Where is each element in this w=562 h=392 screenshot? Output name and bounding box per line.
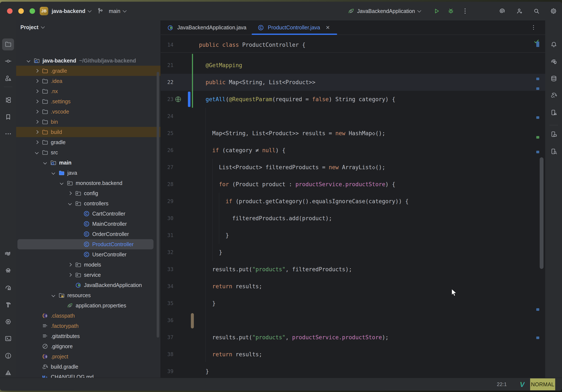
device-manager-tool-button[interactable] <box>548 107 560 119</box>
tree-item-controllers[interactable]: controllers <box>16 198 161 209</box>
code-line-21[interactable]: 21 @GetMapping <box>161 57 545 74</box>
tree-item-ordercontroller[interactable]: COrderController <box>16 229 161 239</box>
tree-item-changelog-md[interactable]: MCHANGELOG.md <box>16 372 161 378</box>
branch-switcher[interactable]: main <box>109 2 126 20</box>
close-window-button[interactable] <box>7 8 12 14</box>
error-stripe-mark[interactable] <box>536 87 539 90</box>
tree-item-build-gradle[interactable]: build.gradle <box>16 362 161 372</box>
code-line-33[interactable]: 33 results.put("products", filteredProdu… <box>161 261 545 278</box>
code-line-31[interactable]: 31 } <box>161 227 545 244</box>
sticky-header-line[interactable]: 14public class ProductController { <box>161 36 545 53</box>
code-line-30[interactable]: 30 filteredProducts.add(product); <box>161 210 545 227</box>
tree-item-gradle[interactable]: gradle <box>16 137 161 147</box>
line-number[interactable]: 24 <box>161 108 174 125</box>
tree-item-monostore-backend[interactable]: monostore.backend <box>16 178 161 188</box>
error-stripe-mark[interactable] <box>536 151 539 153</box>
line-number[interactable]: 27 <box>161 159 174 176</box>
line-number[interactable]: 21 <box>161 57 174 74</box>
line-number[interactable]: 35 <box>161 295 174 312</box>
line-number[interactable]: 32 <box>161 244 174 261</box>
line-number[interactable]: 23 <box>161 91 174 108</box>
project-switcher[interactable]: java-backend <box>52 2 91 20</box>
code-editor[interactable]: 14public class ProductController { <box>161 35 545 378</box>
profiler-tool-button[interactable] <box>2 282 14 294</box>
tree-item-resources[interactable]: resources <box>16 290 161 300</box>
database-tool-button[interactable] <box>548 73 560 85</box>
code-line-35[interactable]: 35 } <box>161 295 545 312</box>
code-line-22[interactable]: 22 public Map<String, List<Product>> <box>161 74 545 91</box>
hierarchy-tool-button[interactable] <box>2 94 14 106</box>
tree-item-service[interactable]: service <box>16 270 161 280</box>
gradle-tool-button[interactable] <box>548 90 560 101</box>
editor-options-icon[interactable] <box>530 24 537 31</box>
tree-item-build[interactable]: build <box>16 127 161 137</box>
warnings-tool-button[interactable] <box>2 367 14 379</box>
code-line-38[interactable]: 38 return results; <box>161 346 545 363</box>
structure-tool-button[interactable] <box>2 73 14 85</box>
tree-item-models[interactable]: models <box>16 260 161 270</box>
line-number[interactable]: 38 <box>161 346 174 363</box>
tree-item-productcontroller[interactable]: CProductController <box>16 239 161 249</box>
terminal-tool-button[interactable] <box>2 333 14 345</box>
tree-item--gitattributes[interactable]: .gitattributes <box>16 331 161 341</box>
code-line-26[interactable]: 26 if (category ≠ null) { <box>161 142 545 159</box>
error-stripe-mark[interactable] <box>536 41 539 47</box>
ideavim-icon[interactable]: V <box>520 380 525 388</box>
tree-item-cartcontroller[interactable]: CCartController <box>16 209 161 219</box>
editor-scrollbar[interactable] <box>540 157 543 269</box>
device-explorer-tool-button[interactable] <box>548 146 560 158</box>
copilot-tool-button[interactable] <box>2 248 14 260</box>
line-number[interactable]: 14 <box>161 36 174 53</box>
line-number[interactable]: 28 <box>161 176 174 193</box>
tree-item--gitignore[interactable]: .gitignore <box>16 341 161 351</box>
line-number[interactable]: 26 <box>161 142 174 159</box>
more-vertical-icon[interactable] <box>461 7 469 15</box>
tree-item-java-backend[interactable]: java-backend~/Github/java-backend <box>16 56 161 66</box>
search-icon[interactable] <box>532 7 541 15</box>
vcs-change-marker[interactable] <box>192 54 193 108</box>
tree-item-src[interactable]: src <box>16 147 161 157</box>
more-tool-button[interactable] <box>2 128 14 140</box>
code-line-25[interactable]: 25 Map<String, List<Product>> results = … <box>161 125 545 142</box>
build-tool-button[interactable] <box>2 299 14 311</box>
run-configuration-selector[interactable]: JavaBackendApplication <box>357 2 421 20</box>
commit-tool-button[interactable] <box>2 56 14 67</box>
incognito-tool-button[interactable] <box>2 265 14 277</box>
line-number[interactable]: 25 <box>161 125 174 142</box>
code-line-27[interactable]: 27 List<Product> filteredProducts = new … <box>161 159 545 176</box>
tree-item--vscode[interactable]: .vscode <box>16 107 161 117</box>
tree-item--classpath[interactable]: .classpath <box>16 310 161 321</box>
problems-tool-button[interactable] <box>2 350 14 362</box>
line-number[interactable]: 30 <box>161 210 174 227</box>
error-stripe-mark[interactable] <box>536 336 539 339</box>
tree-item-java[interactable]: java <box>16 168 161 178</box>
tree-item-main[interactable]: main <box>16 157 161 168</box>
minimize-window-button[interactable] <box>18 8 24 14</box>
tree-scrollbar[interactable] <box>157 72 159 338</box>
code-line-39[interactable]: 39 } <box>161 363 545 378</box>
code-line-24[interactable]: 24 <box>161 108 545 125</box>
error-stripe-mark[interactable] <box>536 136 539 139</box>
line-number[interactable]: 36 <box>161 312 174 329</box>
tree-item--nx[interactable]: .nx <box>16 86 161 96</box>
line-number[interactable]: 37 <box>161 329 174 346</box>
settings-gear-icon[interactable] <box>549 7 558 15</box>
tree-item-application-properties[interactable]: application.properties <box>16 300 161 310</box>
bookmarks-tool-button[interactable] <box>2 111 14 123</box>
tab-javabackendapplication-java[interactable]: JavaBackendApplication.java <box>167 20 246 35</box>
code-line-28[interactable]: 28 for (Product product : productService… <box>161 176 545 193</box>
line-number[interactable]: 31 <box>161 227 174 244</box>
code-line-37[interactable]: 37 results.put("products", productServic… <box>161 329 545 346</box>
tree-item--factorypath[interactable]: .factorypath <box>16 321 161 331</box>
tab-productcontroller-java[interactable]: CProductController.java✕ <box>257 20 330 35</box>
line-number[interactable]: 22 <box>161 74 174 91</box>
tree-item--idea[interactable]: .idea <box>16 76 161 86</box>
notifications-tool-button[interactable] <box>548 39 560 51</box>
error-stripe-mark[interactable] <box>536 116 539 119</box>
ai-assistant-tool-button[interactable] <box>548 56 560 68</box>
add-user-icon[interactable] <box>515 7 524 15</box>
tree-item-config[interactable]: config <box>16 188 161 198</box>
code-line-32[interactable]: 32 } <box>161 244 545 261</box>
line-number[interactable]: 39 <box>161 363 174 378</box>
close-tab-icon[interactable]: ✕ <box>326 25 330 31</box>
